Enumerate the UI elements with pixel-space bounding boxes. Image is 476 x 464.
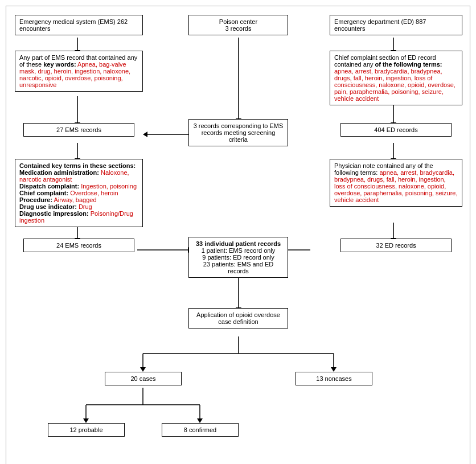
ed-header-label: Emergency department (ED): [334, 18, 414, 25]
individual-33-line2: 9 patients: ED record only: [193, 254, 284, 261]
svg-marker-11: [143, 132, 147, 137]
ed-32-box: 32 ED records: [340, 239, 452, 252]
svg-marker-35: [83, 418, 89, 423]
ems-detail-line1: Contained key terms in these sections:: [19, 162, 138, 169]
ed-header-box: Emergency department (ED) 887 encounters: [330, 15, 462, 35]
cases-20-box: 20 cases: [105, 372, 182, 385]
ems-detail-line3: Dispatch complaint: Ingestion, poisoning: [19, 183, 138, 190]
ed-screen-box: Chief complaint section of ED record con…: [330, 51, 462, 105]
ems-27-label: 27 EMS records: [56, 126, 101, 133]
ed-screen-terms: apnea, arrest, bradycardia, bradypnea, d…: [334, 68, 456, 102]
svg-marker-29: [140, 367, 146, 372]
poison-header-label: Poison center: [219, 18, 257, 25]
ems-screen-box: Any part of EMS record that contained an…: [15, 51, 143, 92]
poison-header-box: Poison center 3 records: [188, 15, 288, 35]
ems-header-label: Emergency medical system (EMS): [19, 18, 116, 25]
ed-screen-bold: of the following terms:: [375, 61, 442, 68]
noncases-13-label: 13 noncases: [316, 375, 351, 382]
ed-detail-box: Physician note contained any of the foll…: [330, 159, 462, 207]
ems-detail-line7: Diagnostic impression: Poisoning/Drug in…: [19, 210, 138, 224]
individual-33-box: 33 individual patient records 1 patient:…: [188, 237, 288, 278]
ems-detail-line5: Procedure: Airway, bagged: [19, 196, 138, 203]
ed-404-box: 404 ED records: [340, 123, 452, 137]
poison-header-count: 3 records: [225, 25, 252, 32]
ems-detail-line6: Drug use indicator: Drug: [19, 203, 138, 210]
svg-marker-31: [331, 367, 337, 372]
ems-detail-line4: Chief complaint: Overdose, heroin: [19, 190, 138, 196]
confirmed-8-label: 8 confirmed: [184, 426, 216, 433]
ems-24-label: 24 EMS records: [56, 242, 101, 249]
ems-detail-box: Contained key terms in these sections: M…: [15, 159, 143, 227]
individual-33-line1: 1 patient: EMS record only: [193, 247, 284, 254]
ed-404-label: 404 ED records: [374, 126, 417, 133]
ems-27-box: 27 EMS records: [23, 123, 134, 137]
probable-12-label: 12 probable: [69, 426, 102, 433]
svg-marker-37: [197, 418, 203, 423]
ems-detail-line2: Medication administration: Naloxone, nar…: [19, 169, 138, 183]
individual-33-line3: 23 patients: EMS and ED records: [193, 261, 284, 274]
individual-33-title: 33 individual patient records: [193, 240, 284, 247]
ems-header-box: Emergency medical system (EMS) 262 encou…: [15, 15, 143, 35]
ems-screen-bold: key words:: [43, 61, 76, 68]
application-label: Application of opioid overdose case defi…: [196, 311, 280, 325]
poison-3-box: 3 records corresponding to EMS records m…: [188, 119, 288, 146]
probable-12-box: 12 probable: [48, 423, 125, 437]
poison-3-label: 3 records corresponding to EMS records m…: [194, 122, 284, 143]
flowchart-container: Emergency medical system (EMS) 262 encou…: [6, 6, 470, 464]
ems-24-box: 24 EMS records: [23, 239, 134, 252]
ed-32-label: 32 ED records: [376, 242, 416, 249]
cases-20-label: 20 cases: [130, 375, 155, 382]
application-box: Application of opioid overdose case defi…: [188, 308, 288, 329]
noncases-13-box: 13 noncases: [296, 372, 372, 385]
confirmed-8-box: 8 confirmed: [162, 423, 239, 437]
